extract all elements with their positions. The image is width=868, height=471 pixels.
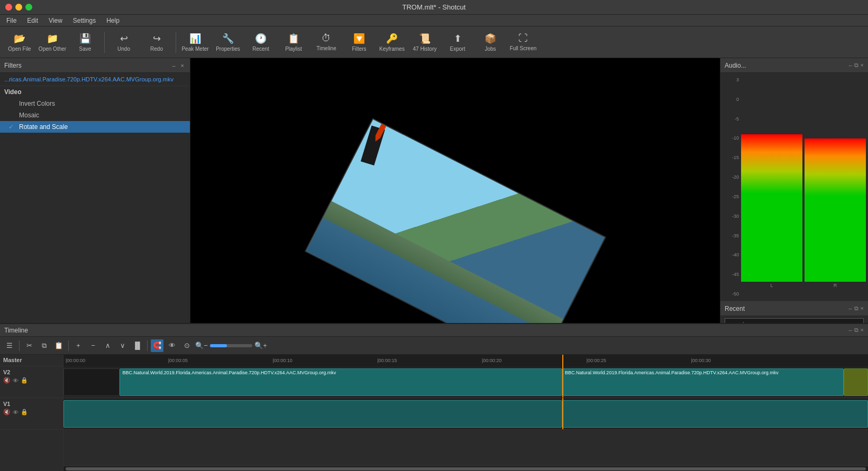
- filters-header: Filters – ×: [0, 58, 190, 73]
- recent-minimize-btn[interactable]: –: [848, 305, 852, 312]
- history-button[interactable]: 📜 47 History: [409, 28, 440, 57]
- minimize-button[interactable]: [15, 4, 22, 11]
- filters-close-btn[interactable]: ×: [179, 62, 186, 69]
- redo-button[interactable]: ↪ Redo: [141, 28, 172, 57]
- close-button[interactable]: [5, 4, 12, 11]
- filters-button[interactable]: 🔽 Filters: [344, 28, 374, 57]
- playlist-button[interactable]: 📋 Playlist: [278, 28, 309, 57]
- track-v2-playhead: [562, 366, 563, 398]
- clip-v2-teal-2[interactable]: BBC.Natural.World.2019.Florida.Americas.…: [562, 368, 844, 396]
- menu-edit[interactable]: Edit: [25, 17, 40, 24]
- properties-button[interactable]: 🔧 Properties: [213, 28, 243, 57]
- track-name-v1: V1: [3, 401, 10, 407]
- tl-copy-btn[interactable]: ⧉: [38, 339, 50, 352]
- save-icon: 💾: [79, 33, 91, 44]
- filters-icon: 🔽: [353, 33, 365, 44]
- clip-v1-teal-1[interactable]: [63, 400, 562, 428]
- track-v2-eye-btn[interactable]: 👁: [13, 377, 19, 384]
- undo-label: Undo: [117, 46, 130, 52]
- peak-meter-button[interactable]: 📊 Peak Meter: [180, 28, 211, 57]
- tl-zoom-slider[interactable]: [210, 344, 252, 347]
- fullscreen-button[interactable]: ⛶ Full Screen: [508, 28, 538, 57]
- properties-label: Properties: [216, 46, 240, 52]
- titlebar: TROM.mlt* - Shotcut: [0, 0, 868, 15]
- clip-v2-1-label: BBC.Natural.World.2019.Florida.Americas.…: [122, 370, 336, 375]
- timeline-button[interactable]: ⏱ Timeline: [311, 28, 342, 57]
- recent-button[interactable]: 🕐 Recent: [245, 28, 276, 57]
- timeline-float-btn[interactable]: ⧉: [854, 327, 858, 334]
- filters-minimize-btn[interactable]: –: [170, 62, 177, 69]
- db-25: -25: [725, 194, 739, 199]
- audio-minimize-btn[interactable]: –: [848, 62, 852, 69]
- clip-v2-green[interactable]: [844, 368, 868, 396]
- tl-sep-2: [68, 340, 69, 351]
- keyframes-button[interactable]: 🔑 Keyframes: [377, 28, 407, 57]
- timeline-area: Timeline – ⧉ × ☰ ✂ ⧉ 📋 + − ∧ ∨ ▐▌ 🧲 👁 ⊙ …: [0, 323, 868, 471]
- tl-overwrite-btn[interactable]: ∨: [116, 339, 129, 352]
- menu-view[interactable]: View: [47, 17, 65, 24]
- keyframes-icon: 🔑: [386, 33, 398, 44]
- tl-loop-btn[interactable]: ⊙: [180, 339, 193, 352]
- filters-header-controls: – ×: [170, 62, 186, 69]
- redo-icon: ↪: [153, 33, 161, 44]
- timeline-header-controls: – ⧉ ×: [848, 327, 864, 334]
- save-button[interactable]: 💾 Save: [70, 28, 100, 57]
- menu-help[interactable]: Help: [104, 17, 122, 24]
- audio-header-controls: – ⧉ ×: [848, 62, 864, 69]
- clip-v2-teal-1[interactable]: BBC.Natural.World.2019.Florida.Americas.…: [120, 368, 562, 396]
- audio-float-btn[interactable]: ⧉: [854, 62, 858, 69]
- tl-snap-btn[interactable]: 🧲: [151, 339, 163, 352]
- undo-button[interactable]: ↩ Undo: [108, 28, 139, 57]
- undo-icon: ↩: [120, 33, 128, 44]
- menu-settings[interactable]: Settings: [71, 17, 98, 24]
- timeline-scroll-thumb[interactable]: [66, 467, 866, 470]
- clip-v1-teal-2[interactable]: [562, 400, 868, 428]
- tl-remove-btn[interactable]: −: [87, 339, 99, 352]
- recent-title: Recent: [725, 305, 745, 312]
- track-v1-controls: 🔇 👁 🔒: [3, 409, 28, 415]
- filter-item-invert-colors[interactable]: Invert Colors: [0, 98, 190, 109]
- db-10: -10: [725, 135, 739, 141]
- menu-file[interactable]: File: [4, 17, 19, 24]
- open-other-button[interactable]: 📁 Open Other: [37, 28, 68, 57]
- track-v2-lock-btn[interactable]: 🔒: [21, 377, 28, 384]
- tl-menu-btn[interactable]: ☰: [3, 339, 16, 352]
- maximize-button[interactable]: [25, 4, 32, 11]
- track-v1-audio-btn[interactable]: 🔇: [3, 409, 11, 415]
- ruler-mark-5: |00:00:05: [168, 358, 188, 363]
- track-v1-lock-btn[interactable]: 🔒: [21, 409, 28, 415]
- tl-paste-btn[interactable]: 📋: [52, 339, 65, 352]
- tl-zoom-in-btn[interactable]: 🔍+: [254, 339, 267, 352]
- timeline-scrollbar[interactable]: [63, 466, 868, 471]
- filter-item-rotate-scale[interactable]: ✓ Rotate and Scale: [0, 121, 190, 133]
- audio-close-btn[interactable]: ×: [861, 62, 864, 69]
- filter-item-mosaic[interactable]: Mosaic: [0, 109, 190, 121]
- clip-v2-black[interactable]: [63, 368, 120, 396]
- track-v1-eye-btn[interactable]: 👁: [13, 409, 19, 415]
- track-header-v1: V1 🔇 👁 🔒: [0, 398, 63, 430]
- timeline-label: Timeline: [316, 45, 336, 51]
- tl-split-btn[interactable]: ▐▌: [131, 339, 144, 352]
- track-v1-info: V1 🔇 👁 🔒: [3, 400, 28, 415]
- tl-lift-btn[interactable]: ∧: [102, 339, 114, 352]
- jobs-label: Jobs: [485, 46, 496, 52]
- db-15: -15: [725, 155, 739, 160]
- tl-zoom-out-btn[interactable]: 🔍−: [195, 339, 208, 352]
- jobs-button[interactable]: 📦 Jobs: [475, 28, 506, 57]
- timeline-minimize-btn[interactable]: –: [848, 327, 852, 334]
- track-v2-audio-btn[interactable]: 🔇: [3, 377, 11, 384]
- tl-zoom-fill: [210, 344, 227, 347]
- recent-float-btn[interactable]: ⧉: [854, 305, 858, 312]
- timeline-close-btn[interactable]: ×: [861, 327, 864, 334]
- tl-ripple-btn[interactable]: 👁: [166, 339, 178, 352]
- recent-icon: 🕐: [255, 33, 267, 44]
- ruler-mark-0: |00:00:00: [63, 358, 85, 363]
- timeline-icon: ⏱: [322, 33, 331, 44]
- tl-cut-btn[interactable]: ✂: [23, 339, 35, 352]
- recent-header: Recent – ⧉ ×: [720, 301, 868, 316]
- tl-add-btn[interactable]: +: [72, 339, 85, 352]
- filters-title: Filters: [4, 62, 22, 69]
- export-button[interactable]: ⬆ Export: [442, 28, 473, 57]
- recent-close-btn[interactable]: ×: [861, 305, 864, 312]
- open-file-button[interactable]: 📂 Open File: [4, 28, 35, 57]
